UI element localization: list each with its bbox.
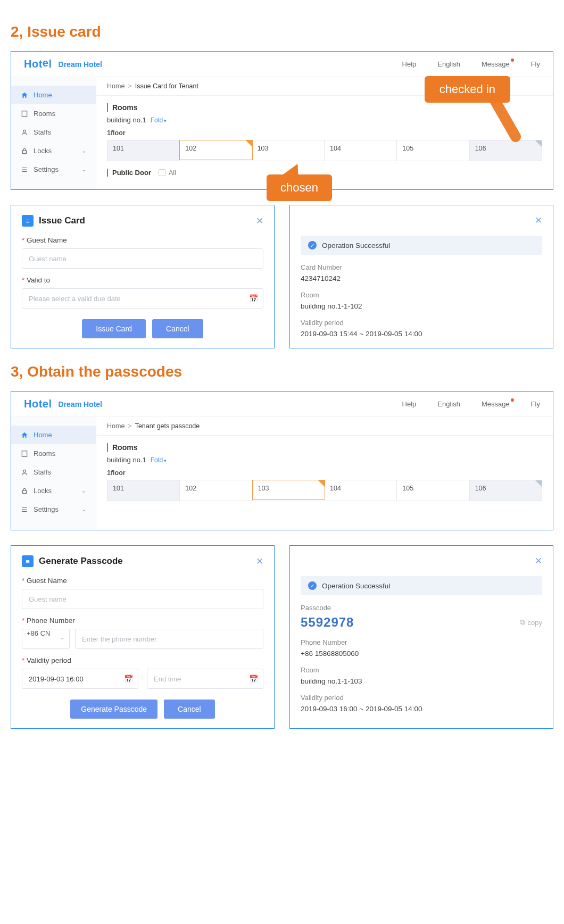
success-banner: ✓ Operation Successful: [301, 236, 542, 255]
room-102[interactable]: 102: [179, 140, 252, 160]
sidebar-item-staffs[interactable]: Staffs: [11, 123, 96, 141]
sidebar-item-locks[interactable]: Locks⌄: [11, 481, 96, 500]
floor-label: 1floor: [107, 469, 542, 477]
svg-rect-0: [22, 111, 27, 116]
rooms-icon: [21, 110, 28, 118]
room-101[interactable]: 101: [107, 140, 180, 161]
sidebar-item-home[interactable]: Home: [11, 86, 96, 104]
close-icon[interactable]: ✕: [535, 555, 542, 567]
success-text: Operation Successful: [322, 582, 390, 590]
issue-card-modal: ≡ Issue Card ✕ Guest Name Valid to 📅 Iss…: [11, 205, 275, 348]
sidebar-item-settings[interactable]: Settings⌄: [11, 160, 96, 179]
public-door-all[interactable]: All: [159, 169, 176, 177]
settings-icon: [21, 506, 28, 513]
room-103[interactable]: 103: [252, 140, 325, 161]
sidebar-item-home[interactable]: Home: [11, 426, 96, 444]
passcode-value: 5592978: [301, 615, 354, 630]
notification-dot-icon: [511, 398, 514, 402]
fold-toggle[interactable]: Fold: [151, 116, 167, 124]
nav-help[interactable]: Help: [402, 400, 417, 408]
fold-toggle[interactable]: Fold: [151, 456, 167, 464]
cancel-button[interactable]: Cancel: [164, 700, 215, 719]
sidebar-item-rooms[interactable]: Rooms: [11, 444, 96, 463]
close-icon[interactable]: ✕: [256, 556, 263, 567]
copy-button[interactable]: ⧉copy: [520, 618, 542, 627]
close-icon[interactable]: ✕: [535, 215, 542, 226]
chevron-down-icon: ⌄: [81, 487, 86, 494]
nav-user[interactable]: Fly: [531, 60, 540, 68]
room-103[interactable]: 103: [252, 480, 325, 500]
passcode-title: Generate Passcode: [39, 556, 123, 567]
country-code-select[interactable]: +86 CN: [22, 629, 70, 649]
card-number-label: Card Number: [301, 263, 542, 271]
phone-input[interactable]: [75, 629, 263, 649]
passcode-panel: HotelDream Hotel Help English Message Fl…: [11, 391, 553, 530]
valid-to-input[interactable]: [22, 288, 263, 309]
crumb-issue-card: Issue Card for Tenant: [135, 82, 198, 90]
calendar-icon: 📅: [124, 675, 133, 683]
nav-user[interactable]: Fly: [531, 400, 540, 408]
room-value: building no.1-1-102: [301, 302, 542, 310]
building-name: building no.1: [107, 456, 146, 464]
sidebar-item-locks[interactable]: Locks⌄: [11, 141, 96, 160]
sidebar-home-label: Home: [34, 91, 52, 99]
building-name: building no.1: [107, 116, 146, 124]
check-icon: ✓: [308, 241, 317, 249]
svg-point-4: [23, 470, 26, 472]
nav-message-label: Message: [482, 60, 510, 68]
room-105[interactable]: 105: [397, 480, 469, 501]
room-label: Room: [301, 291, 542, 299]
sidebar-item-rooms[interactable]: Rooms: [11, 104, 96, 123]
sidebar-item-settings[interactable]: Settings⌄: [11, 500, 96, 519]
issue-card-title: Issue Card: [39, 215, 85, 226]
nav-message[interactable]: Message: [482, 400, 510, 408]
public-door-heading: Public Door: [107, 169, 151, 177]
topnav: Help English Message Fly: [402, 60, 540, 68]
nav-message[interactable]: Message: [482, 60, 510, 68]
generate-passcode-button[interactable]: Generate Passcode: [70, 700, 157, 719]
issue-card-button[interactable]: Issue Card: [82, 319, 146, 338]
crumb-passcode: Tenant gets passcode: [135, 422, 200, 430]
brand-name: Dream Hotel: [59, 60, 102, 69]
locks-icon: [21, 487, 28, 495]
checkbox-icon: [159, 169, 165, 176]
nav-lang[interactable]: English: [437, 60, 460, 68]
svg-rect-5: [23, 490, 27, 493]
cancel-button[interactable]: Cancel: [152, 319, 203, 338]
calendar-icon: 📅: [249, 675, 258, 683]
room-105[interactable]: 105: [397, 140, 469, 161]
nav-lang[interactable]: English: [437, 400, 460, 408]
rooms-row: 101 102 103 104 105 106: [107, 140, 542, 161]
chevron-down-icon: ⌄: [81, 166, 86, 173]
room-104[interactable]: 104: [325, 480, 397, 501]
room-101[interactable]: 101: [107, 480, 180, 501]
room-corner-icon: [535, 140, 542, 147]
sidebar-item-staffs[interactable]: Staffs: [11, 463, 96, 481]
room-106[interactable]: 106: [470, 480, 542, 501]
guest-name-input[interactable]: [22, 248, 263, 269]
crumb-sep: >: [128, 82, 131, 90]
card-number-value: 4234710242: [301, 274, 542, 282]
svg-point-1: [23, 130, 26, 132]
room-104[interactable]: 104: [325, 140, 397, 161]
guest-name-input[interactable]: [22, 589, 263, 609]
crumb-home[interactable]: Home: [107, 82, 125, 90]
home-icon: [21, 431, 28, 439]
section-3-title: 3, Obtain the passcodes: [11, 363, 553, 380]
close-icon[interactable]: ✕: [256, 215, 263, 227]
room-102[interactable]: 102: [180, 480, 252, 501]
room-corner-icon: [246, 140, 252, 147]
start-time-input[interactable]: [22, 669, 138, 689]
sidebar-locks-label: Locks: [34, 147, 52, 155]
locks-icon: [21, 147, 28, 155]
room-106[interactable]: 106: [470, 140, 542, 161]
crumb-home[interactable]: Home: [107, 422, 125, 430]
rooms-heading: Rooms: [107, 103, 542, 112]
validity-value: 2019-09-03 16:00 ~ 2019-09-05 14:00: [301, 705, 542, 713]
check-icon: ✓: [308, 581, 317, 590]
end-time-input[interactable]: [147, 669, 263, 689]
issue-card-panel: Hotel Dream Hotel Help English Message F…: [11, 51, 553, 190]
staffs-icon: [21, 129, 28, 136]
validity-value: 2019-09-03 15:44 ~ 2019-09-05 14:00: [301, 330, 542, 338]
nav-help[interactable]: Help: [402, 60, 417, 68]
